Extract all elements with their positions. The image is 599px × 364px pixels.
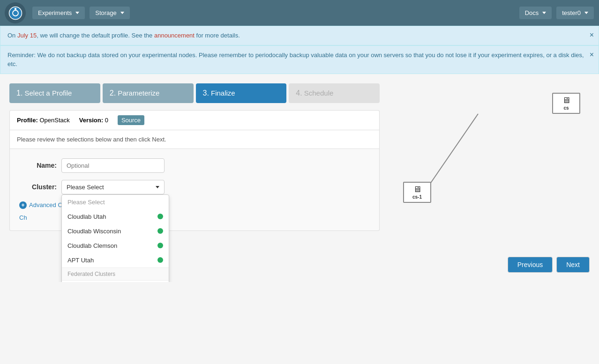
alert-banner-1: On July 15, we will change the default p…	[0, 26, 599, 45]
status-dot-cloudlab-wisconsin	[157, 228, 163, 234]
wizard-right: 🖥 cs 🖥 cs-1 Previous Next	[389, 83, 590, 273]
alert-close-2[interactable]: ×	[590, 51, 594, 59]
previous-button[interactable]: Previous	[508, 257, 553, 273]
storage-caret	[120, 12, 124, 14]
cluster-label: Cluster:	[19, 183, 57, 191]
node-cs: 🖥 cs	[552, 93, 580, 114]
federated-clusters-label: Federated Clusters	[62, 267, 169, 281]
cluster-selected-value: Please Select	[67, 184, 104, 191]
review-message: Please review the selections below and t…	[9, 130, 380, 149]
next-button[interactable]: Next	[556, 257, 590, 273]
cluster-row: Cluster: Please Select Please Select Clo…	[19, 180, 370, 194]
form-section: Name: Cluster: Please Select Please Sele…	[9, 149, 380, 231]
storage-button[interactable]: Storage	[89, 6, 130, 20]
source-badge[interactable]: Source	[118, 115, 144, 125]
plus-icon: +	[19, 201, 27, 209]
cluster-dropdown-caret	[156, 186, 159, 188]
docs-caret	[542, 12, 546, 14]
status-dot-apt-utah	[157, 257, 163, 263]
step-1[interactable]: 1. Select a Profile	[9, 83, 100, 103]
change-link[interactable]: Ch	[19, 214, 27, 221]
cluster-dropdown-container: Please Select Please Select Cloudlab Uta…	[61, 180, 165, 194]
dropdown-item-please-select[interactable]: Please Select	[62, 195, 169, 209]
alert-close-1[interactable]: ×	[590, 31, 594, 39]
storage-label: Storage	[95, 9, 117, 16]
alert-link-announcement[interactable]: announcement	[154, 32, 195, 39]
step-2[interactable]: 2. Parameterize	[103, 83, 194, 103]
status-dot-cloudlab-utah	[157, 214, 163, 219]
dropdown-item-cloudlab-wisconsin[interactable]: Cloudlab Wisconsin	[62, 224, 169, 238]
profile-label: Profile: OpenStack	[17, 117, 70, 124]
dropdown-item-emulab[interactable]: Emulab	[62, 281, 169, 282]
version-label: Version: 0	[79, 117, 108, 124]
user-button[interactable]: tester0	[556, 6, 594, 20]
node-cs1-label: cs-1	[412, 194, 422, 200]
node-cs1: 🖥 cs-1	[403, 182, 431, 203]
dropdown-item-cloudlab-clemson[interactable]: Cloudlab Clemson	[62, 238, 169, 253]
logo	[5, 2, 26, 23]
status-dot-cloudlab-clemson	[157, 243, 163, 248]
experiments-button[interactable]: Experiments	[32, 6, 85, 20]
step-4: 4. Schedule	[289, 83, 380, 103]
name-row: Name:	[19, 158, 370, 173]
docs-label: Docs	[525, 9, 539, 16]
steps-wizard: 1. Select a Profile 2. Parameterize 3. F…	[9, 83, 380, 103]
alert-banner-2: Reminder: We do not backup data stored o…	[0, 45, 599, 74]
nav-buttons: Previous Next	[389, 257, 590, 273]
cluster-dropdown-menu: Please Select Cloudlab Utah Cloudlab Wis…	[61, 194, 169, 282]
experiments-label: Experiments	[38, 9, 72, 16]
alert-link-july[interactable]: July 15	[17, 32, 37, 39]
name-label: Name:	[19, 162, 57, 169]
main-content: 1. Select a Profile 2. Parameterize 3. F…	[0, 74, 599, 282]
svg-point-2	[14, 7, 16, 10]
navbar-right: Docs tester0	[519, 6, 594, 20]
node-cs1-icon: 🖥	[412, 185, 422, 194]
profile-value: OpenStack	[39, 117, 69, 124]
user-caret	[584, 12, 588, 14]
step-3[interactable]: 3. Finalize	[196, 83, 287, 103]
diagram-area: 🖥 cs 🖥 cs-1	[389, 83, 590, 247]
cluster-dropdown-button[interactable]: Please Select	[61, 180, 165, 194]
dropdown-item-cloudlab-utah[interactable]: Cloudlab Utah	[62, 209, 169, 224]
docs-button[interactable]: Docs	[519, 6, 553, 20]
dropdown-item-apt-utah[interactable]: APT Utah	[62, 253, 169, 267]
user-label: tester0	[562, 9, 581, 16]
profile-bar: Profile: OpenStack Version: 0 Source	[9, 110, 380, 130]
experiments-caret	[75, 12, 79, 14]
navbar: Experiments Storage Docs tester0	[0, 0, 599, 26]
name-input[interactable]	[61, 158, 165, 173]
node-cs-label: cs	[562, 105, 570, 111]
node-cs-icon: 🖥	[562, 96, 570, 105]
version-value: 0	[105, 117, 108, 124]
wizard-left: 1. Select a Profile 2. Parameterize 3. F…	[9, 83, 380, 273]
